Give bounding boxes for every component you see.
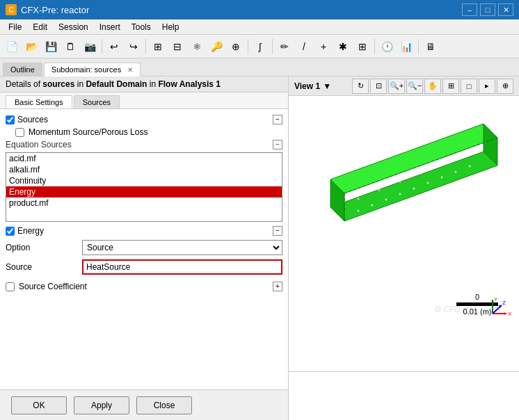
svg-point-16 xyxy=(378,189,381,191)
toolbar-btn10[interactable]: ✏ xyxy=(276,38,294,56)
source-coeff-checkbox[interactable] xyxy=(6,282,15,291)
tab-subdomain[interactable]: Subdomain: sources ✕ xyxy=(44,63,141,76)
toolbar-btn16[interactable]: 📊 xyxy=(397,38,415,56)
energy-collapse-btn[interactable]: − xyxy=(273,226,282,236)
svg-point-6 xyxy=(358,210,360,212)
menu-session[interactable]: Session xyxy=(53,21,94,33)
toolbar-btn12[interactable]: + xyxy=(314,38,333,56)
view-btn-info[interactable]: ⊕ xyxy=(497,79,513,94)
list-item-continuity[interactable]: Continuity xyxy=(6,175,282,186)
view-btn-zoom-in[interactable]: 🔍+ xyxy=(388,79,405,94)
svg-point-10 xyxy=(413,188,415,190)
equation-sources-collapse-btn[interactable]: − xyxy=(273,140,282,150)
toolbar-btn17[interactable]: 🖥 xyxy=(422,38,440,56)
minimize-button[interactable]: – xyxy=(462,3,477,16)
sep4 xyxy=(272,39,273,54)
menu-bar: File Edit Session Insert Tools Help xyxy=(0,19,519,35)
toolbar-btn2[interactable]: 🗒 xyxy=(61,38,79,56)
menu-file[interactable]: File xyxy=(3,21,27,33)
energy-checkbox[interactable] xyxy=(6,227,15,236)
watermark: ⚙ CFD之道 xyxy=(433,304,477,316)
toolbar-redo[interactable]: ↪ xyxy=(125,38,143,56)
view-btn-zoom-fit[interactable]: ⊡ xyxy=(370,79,387,94)
toolbar-new[interactable]: 📄 xyxy=(3,38,21,56)
tab-close-icon[interactable]: ✕ xyxy=(127,66,133,74)
close-window-button[interactable]: ✕ xyxy=(498,3,513,16)
toolbar-btn11[interactable]: / xyxy=(295,38,313,56)
view-dropdown-icon[interactable]: ▼ xyxy=(323,81,331,91)
tab-outline[interactable]: Outline xyxy=(3,63,42,76)
svg-point-8 xyxy=(385,199,388,201)
toolbar-btn4[interactable]: ⊞ xyxy=(149,38,167,56)
sources-checkbox[interactable] xyxy=(6,115,15,124)
panel-tabs: Basic Settings Sources xyxy=(0,92,288,109)
equation-sources-header: Equation Sources − xyxy=(6,140,282,150)
list-item-alkali[interactable]: alkali.mf xyxy=(6,164,282,175)
close-button[interactable]: Close xyxy=(136,396,192,414)
option-row: Option Source Expression xyxy=(6,240,282,255)
list-item-energy[interactable]: Energy xyxy=(6,186,282,197)
toolbar-btn5[interactable]: ⊟ xyxy=(168,38,186,56)
panel-content: Sources − Momentum Source/Porous Loss Eq… xyxy=(0,109,288,389)
view-btn-settings[interactable]: ▸ xyxy=(479,79,495,94)
tab-basic-settings[interactable]: Basic Settings xyxy=(6,95,72,108)
menu-help[interactable]: Help xyxy=(157,21,185,33)
menu-edit[interactable]: Edit xyxy=(27,21,53,33)
toolbar-btn6[interactable]: ⚛ xyxy=(188,38,206,56)
toolbar-btn13[interactable]: ✱ xyxy=(334,38,352,56)
title-bar: C CFX-Pre: reactor – □ ✕ xyxy=(0,0,519,19)
toolbar-btn14[interactable]: ⊞ xyxy=(353,38,372,56)
momentum-label: Momentum Source/Porous Loss xyxy=(29,127,147,137)
view-btn-rotate[interactable]: ↻ xyxy=(352,79,369,94)
sources-label: Sources xyxy=(17,115,48,124)
toolbar-open[interactable]: 📂 xyxy=(22,38,40,56)
svg-point-13 xyxy=(455,171,457,173)
svg-point-20 xyxy=(462,156,464,158)
toolbar-undo[interactable]: ↩ xyxy=(105,38,123,56)
view-canvas: 0 0.01 (m) X Y Z ⚙ CFD之道 xyxy=(289,96,519,371)
maximize-button[interactable]: □ xyxy=(480,3,495,16)
svg-text:Y: Y xyxy=(494,296,498,302)
sep6 xyxy=(418,39,419,54)
svg-point-9 xyxy=(399,193,401,195)
toolbar-btn8[interactable]: ⊕ xyxy=(227,38,245,56)
source-coeff-collapse-btn[interactable]: + xyxy=(273,282,282,291)
toolbar-btn7[interactable]: 🔑 xyxy=(207,38,225,56)
view-btn-zoom-out[interactable]: 🔍− xyxy=(406,79,423,94)
toolbar-btn9[interactable]: ∫ xyxy=(251,38,269,56)
svg-point-15 xyxy=(358,198,360,200)
toolbar-btn3[interactable]: 📷 xyxy=(81,38,99,56)
right-panel: View 1 ▼ ↻ ⊡ 🔍+ 🔍− ✋ ⊞ □ ▸ ⊕ xyxy=(289,76,519,420)
ok-button[interactable]: OK xyxy=(11,396,67,414)
panel-header: Details of sources in Default Domain in … xyxy=(0,76,288,92)
bottom-bar: OK Apply Close xyxy=(0,389,288,420)
svg-point-17 xyxy=(399,181,401,183)
source-input[interactable]: HeatSource xyxy=(82,259,282,275)
3d-shape-svg xyxy=(317,117,511,256)
view-btn-grid[interactable]: ⊞ xyxy=(442,79,459,94)
energy-section: Energy − Option Source Expression xyxy=(6,226,282,294)
view-btn-pan[interactable]: ✋ xyxy=(424,79,441,94)
momentum-checkbox[interactable] xyxy=(15,128,24,137)
sep2 xyxy=(145,39,146,54)
option-select[interactable]: Source Expression xyxy=(82,240,282,255)
sources-collapse-btn[interactable]: − xyxy=(273,115,282,124)
sep1 xyxy=(102,39,102,54)
svg-text:Z: Z xyxy=(502,300,506,306)
equation-sources-label: Equation Sources xyxy=(6,140,72,150)
tab-sources[interactable]: Sources xyxy=(74,95,120,108)
toolbar-save[interactable]: 💾 xyxy=(42,38,60,56)
sep5 xyxy=(374,39,375,54)
list-item-acid[interactable]: acid.mf xyxy=(6,153,282,164)
toolbar-btn15[interactable]: 🕐 xyxy=(378,38,396,56)
sep3 xyxy=(248,39,248,54)
svg-text:X: X xyxy=(508,311,512,317)
apply-button[interactable]: Apply xyxy=(74,396,129,414)
app-icon: C xyxy=(6,4,17,15)
view-btn-box[interactable]: □ xyxy=(461,79,477,94)
equation-sources-list: acid.mf alkali.mf Continuity Energy prod… xyxy=(6,152,282,222)
menu-tools[interactable]: Tools xyxy=(126,21,157,33)
list-item-product[interactable]: product.mf xyxy=(6,197,282,209)
axes-svg: X Y Z xyxy=(489,293,513,317)
menu-insert[interactable]: Insert xyxy=(94,21,126,33)
